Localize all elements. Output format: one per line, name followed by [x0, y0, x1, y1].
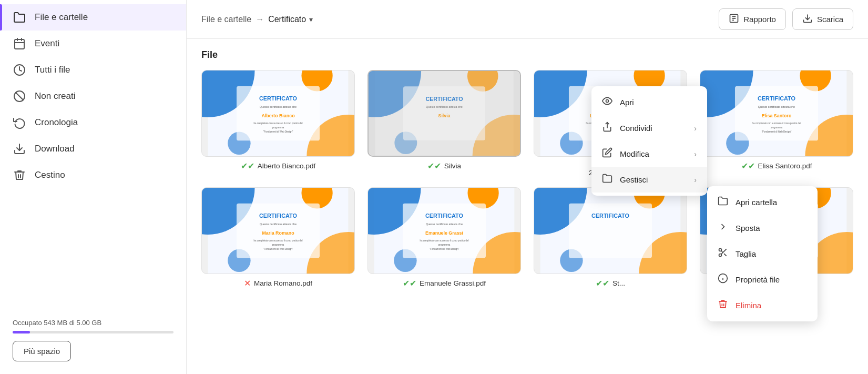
svg-text:programma: programma [272, 244, 284, 246]
file-name-row: ✔✔ Silvia [427, 161, 461, 171]
file-thumbnail: CERTIFICATO [534, 187, 687, 274]
file-name: Emanuele Grassi.pdf [420, 279, 486, 287]
rapporto-button[interactable]: Rapporto [719, 8, 786, 30]
file-name: Silvia [444, 162, 461, 170]
file-name-row: ✔✔ Alberto Bianco.pdf [241, 161, 315, 171]
submenu-item-properties[interactable]: Proprietà file [707, 267, 818, 292]
sidebar-item-allfiles-label: Tutti i file [35, 65, 70, 75]
sidebar-item-trash[interactable]: Cestino [0, 162, 186, 188]
file-card[interactable]: CERTIFICATO Questo certificato attesta c… [367, 187, 521, 288]
edit-icon [602, 147, 612, 160]
submenu-label-move: Sposta [736, 224, 760, 233]
content-area: File CERTIFICATO Questo certificato atte… [187, 39, 868, 374]
submenu-label-delete: Elimina [736, 301, 761, 310]
topbar-actions: Rapporto Scarica [719, 8, 853, 30]
file-name-row: ✔✔ Elisa Santoro.pdf [741, 161, 812, 171]
main-area: File e cartelle → Certificato ▾ Rapporto… [187, 0, 868, 374]
sidebar-item-notcreated[interactable]: Non creati [0, 83, 186, 109]
submenu-item-open-folder[interactable]: Apri cartella [707, 189, 818, 215]
storage-label: Occupato 543 MB di 5.00 GB [13, 319, 173, 327]
file-thumbnail: CERTIFICATO Questo certificato attesta c… [367, 187, 521, 274]
ctx-label-share: Condividi [620, 124, 652, 133]
chevron-right-icon: › [694, 124, 697, 133]
svg-point-103 [719, 249, 722, 251]
file-card[interactable]: CERTIFICATO ✔✔ St... [534, 187, 687, 288]
svg-text:ha completato con successo il : ha completato con successo il corso prat… [752, 122, 801, 125]
breadcrumb-current-label: Certificato [268, 15, 306, 24]
sidebar-item-history[interactable]: Cronologia [0, 109, 186, 136]
breadcrumb: File e cartelle → Certificato ▾ [201, 15, 713, 24]
info-icon [718, 273, 728, 286]
sidebar-item-download[interactable]: Download [0, 136, 186, 162]
submenu-item-cut[interactable]: Taglia [707, 241, 818, 267]
svg-line-6 [16, 93, 23, 100]
svg-text:ha completato con successo il : ha completato con successo il corso prat… [420, 239, 469, 242]
svg-text:CERTIFICATO: CERTIFICATO [591, 213, 629, 219]
svg-text:CERTIFICATO: CERTIFICATO [758, 95, 795, 102]
trash-icon [13, 168, 26, 182]
storage-bar-fill [13, 331, 30, 333]
sidebar-item-notcreated-label: Non creati [35, 91, 75, 102]
share-icon [602, 122, 612, 135]
svg-text:Questo certificato attesta che: Questo certificato attesta che [426, 223, 463, 226]
svg-text:"Fondamenti di Web Design": "Fondamenti di Web Design" [263, 130, 293, 133]
ctx-label-open: Apri [620, 98, 634, 107]
sidebar: File e cartelle Eventi Tutti i file Non … [0, 0, 187, 374]
ctx-item-manage[interactable]: Gestisci › [591, 167, 707, 193]
ctx-label-manage: Gestisci [620, 175, 648, 184]
status-ok-icon: ✔✔ [241, 161, 254, 171]
svg-line-107 [721, 251, 723, 252]
sidebar-item-events-label: Eventi [35, 38, 59, 49]
sidebar-footer: Occupato 543 MB di 5.00 GB Più spazio [0, 309, 186, 370]
file-name: Maria Romano.pdf [254, 279, 312, 287]
svg-point-104 [719, 254, 722, 257]
svg-text:"Fondamenti di Web Design": "Fondamenti di Web Design" [430, 248, 459, 250]
file-card[interactable]: CERTIFICATO Questo certificato attesta c… [201, 187, 355, 288]
submenu-label-properties: Proprietà file [736, 275, 780, 284]
svg-text:Questo certificato attesta che: Questo certificato attesta che [260, 105, 297, 108]
folder-icon [13, 11, 26, 24]
scissors-icon [718, 247, 728, 260]
submenu: Apri cartella Sposta Taglia Proprietà fi… [707, 186, 818, 321]
submenu-item-move[interactable]: Sposta [707, 215, 818, 241]
sidebar-item-files[interactable]: File e cartelle [0, 4, 186, 31]
file-name-row: ✔✔ Emanuele Grassi.pdf [403, 278, 486, 288]
chevron-right-icon: › [694, 150, 697, 158]
sidebar-item-history-label: Cronologia [35, 117, 78, 128]
submenu-item-delete[interactable]: Elimina [707, 292, 818, 318]
scarica-button[interactable]: Scarica [792, 8, 853, 30]
calendar-icon [13, 37, 26, 50]
sidebar-item-allfiles[interactable]: Tutti i file [0, 57, 186, 83]
ctx-item-open[interactable]: Apri [591, 89, 707, 115]
rapporto-label: Rapporto [743, 15, 776, 24]
folder-open-icon [602, 173, 612, 186]
submenu-label-open-folder: Apri cartella [736, 198, 777, 207]
svg-text:Elisa Santoro: Elisa Santoro [762, 113, 792, 118]
file-name-row: ✕ Maria Romano.pdf [244, 278, 312, 288]
breadcrumb-current[interactable]: Certificato ▾ [268, 15, 313, 24]
file-name: Alberto Bianco.pdf [258, 162, 315, 170]
svg-text:ha completato con successo il : ha completato con successo il corso prat… [254, 239, 303, 242]
sidebar-item-events[interactable]: Eventi [0, 31, 186, 57]
clock-icon [13, 63, 26, 77]
chevron-right-icon: › [694, 176, 697, 184]
delete-trash-icon [718, 299, 728, 312]
svg-text:Silvia: Silvia [438, 113, 451, 118]
file-card[interactable]: CERTIFICATO Questo certificato attesta c… [201, 70, 355, 177]
more-space-button[interactable]: Più spazio [13, 341, 71, 361]
status-ok-icon: ✔✔ [403, 278, 416, 288]
status-ok-icon: ✔✔ [427, 161, 441, 171]
move-icon [718, 221, 728, 235]
svg-text:"Fondamenti di Web Design": "Fondamenti di Web Design" [263, 248, 293, 250]
ctx-item-share[interactable]: Condividi › [591, 115, 707, 141]
svg-rect-0 [15, 39, 24, 49]
not-created-icon [13, 89, 26, 103]
ctx-item-edit[interactable]: Modifica › [591, 141, 707, 167]
file-card-selected[interactable]: CERTIFICATO Questo certificato attesta c… [367, 70, 521, 177]
storage-bar-bg [13, 331, 173, 333]
file-card[interactable]: CERTIFICATO Questo certificato attesta c… [700, 70, 853, 177]
svg-text:programma: programma [438, 244, 451, 246]
file-name: St... [612, 279, 625, 287]
scarica-label: Scarica [817, 15, 843, 24]
breadcrumb-root[interactable]: File e cartelle [201, 15, 251, 24]
